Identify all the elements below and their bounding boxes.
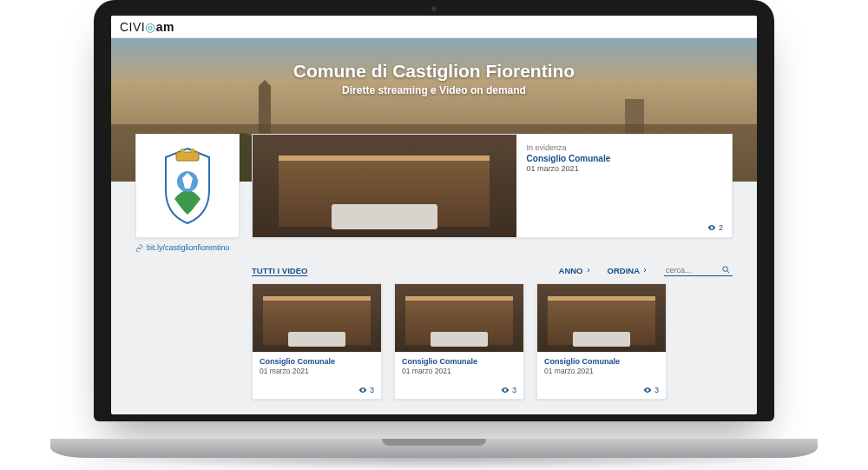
video-views: 3 <box>501 386 516 394</box>
page-title: Comune di Castiglion Fiorentino <box>293 61 575 82</box>
video-thumbnail <box>395 284 523 352</box>
search-input[interactable] <box>666 266 718 275</box>
featured-views: 2 <box>707 223 723 232</box>
short-url-link[interactable]: bit.ly/castiglionfiorentino <box>135 243 240 252</box>
tab-all-videos[interactable]: TUTTI I VIDEO <box>252 266 307 275</box>
link-icon <box>135 244 143 252</box>
laptop-base <box>50 439 818 458</box>
laptop-mockup: CIVI◎am Comune di Castiglion Fiorentino … <box>94 0 774 439</box>
filter-year[interactable]: ANNO <box>559 266 592 275</box>
eye-icon <box>643 386 652 394</box>
screen: CIVI◎am Comune di Castiglion Fiorentino … <box>111 16 757 414</box>
main-content: bit.ly/castiglionfiorentino In evidenza … <box>111 134 757 408</box>
featured-info: In evidenza Consiglio Comunale 01 marzo … <box>516 135 732 237</box>
video-views: 3 <box>643 386 659 394</box>
municipal-crest-card <box>135 134 240 238</box>
video-thumbnail <box>537 284 666 352</box>
filter-sort-label: ORDINA <box>608 266 640 275</box>
video-title: Consiglio Comunale <box>260 357 374 366</box>
featured-title: Consiglio Comunale <box>527 154 721 163</box>
svg-point-4 <box>723 267 728 272</box>
video-card[interactable]: Consiglio Comunale 01 marzo 2021 3 <box>252 283 382 400</box>
video-views-count: 3 <box>370 386 374 394</box>
screen-bezel: CIVI◎am Comune di Castiglion Fiorentino … <box>94 0 774 421</box>
brand-part1: CIVI <box>120 20 145 34</box>
chevron-right-icon <box>585 267 592 274</box>
filter-year-label: ANNO <box>559 266 583 275</box>
video-thumbnail <box>253 284 381 352</box>
featured-thumbnail <box>253 135 516 237</box>
video-card[interactable]: Consiglio Comunale 01 marzo 2021 3 <box>536 283 667 400</box>
eye-icon <box>707 223 716 232</box>
featured-date: 01 marzo 2021 <box>527 164 721 173</box>
video-date: 01 marzo 2021 <box>260 367 374 375</box>
page-subtitle: Dirette streaming e Video on demand <box>342 84 526 96</box>
video-views: 3 <box>358 386 374 394</box>
eye-icon <box>358 386 367 394</box>
featured-video-card[interactable]: In evidenza Consiglio Comunale 01 marzo … <box>252 134 733 238</box>
video-title: Consiglio Comunale <box>544 357 659 366</box>
video-views-count: 3 <box>654 386 659 394</box>
eye-icon <box>501 386 510 394</box>
video-date: 01 marzo 2021 <box>544 367 659 375</box>
crest-icon <box>157 147 218 225</box>
brand-logo[interactable]: CIVI◎am <box>120 20 174 34</box>
brand-part2: am <box>156 20 174 34</box>
featured-views-count: 2 <box>719 223 723 232</box>
brand-o-icon: ◎ <box>145 20 156 34</box>
svg-rect-2 <box>191 149 194 154</box>
svg-rect-1 <box>181 149 184 154</box>
video-title: Consiglio Comunale <box>402 357 516 366</box>
webcam-dot <box>431 6 437 11</box>
search-icon <box>721 265 731 275</box>
video-date: 01 marzo 2021 <box>402 367 516 375</box>
video-grid: Consiglio Comunale 01 marzo 2021 3 Consi… <box>252 283 733 400</box>
top-bar: CIVI◎am <box>111 16 757 38</box>
filter-bar: TUTTI I VIDEO ANNO ORDINA <box>252 264 733 276</box>
short-url-text: bit.ly/castiglionfiorentino <box>147 243 230 252</box>
video-views-count: 3 <box>512 386 516 394</box>
chevron-right-icon <box>641 267 648 274</box>
filter-sort[interactable]: ORDINA <box>608 266 648 275</box>
video-card[interactable]: Consiglio Comunale 01 marzo 2021 3 <box>394 283 524 400</box>
svg-rect-0 <box>176 152 199 161</box>
featured-tag: In evidenza <box>527 143 721 152</box>
search-box[interactable] <box>664 264 733 276</box>
